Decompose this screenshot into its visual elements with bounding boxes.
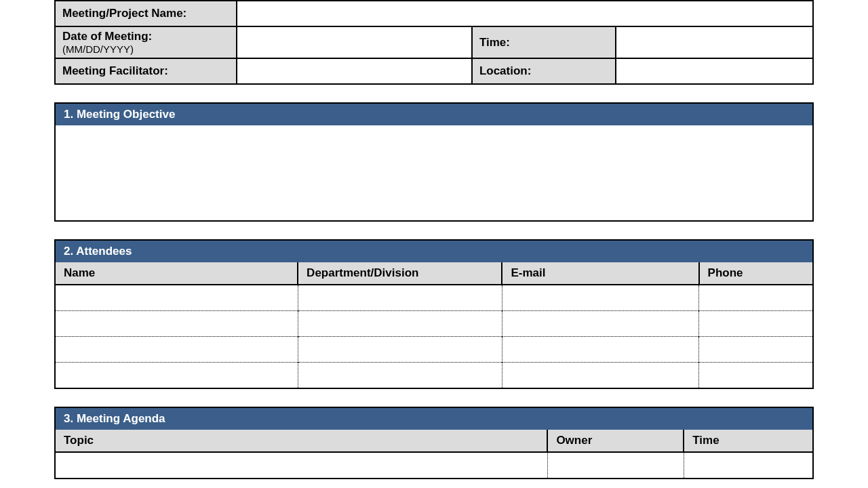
attendee-dept[interactable] — [298, 362, 502, 388]
attendee-phone[interactable] — [699, 310, 812, 336]
time-label: Time: — [472, 26, 616, 58]
attendee-email[interactable] — [502, 285, 698, 310]
section-objective: 1. Meeting Objective — [54, 102, 814, 222]
date-field[interactable] — [237, 26, 472, 58]
project-name-label: Meeting/Project Name: — [55, 1, 237, 26]
date-hint: (MM/DD/YYYY) — [62, 43, 229, 55]
attendee-phone[interactable] — [699, 336, 812, 362]
attendees-table: Name Department/Division E-mail Phone — [56, 262, 812, 388]
attendees-col-department: Department/Division — [298, 262, 502, 285]
attendee-dept[interactable] — [298, 336, 502, 362]
meeting-header-row-date: Date of Meeting: (MM/DD/YYYY) Time: — [55, 26, 813, 58]
attendees-col-phone: Phone — [699, 262, 812, 285]
agenda-col-topic: Topic — [56, 430, 547, 452]
attendee-email[interactable] — [502, 336, 698, 362]
attendee-name[interactable] — [56, 336, 298, 362]
time-field[interactable] — [616, 26, 813, 58]
agenda-col-owner: Owner — [547, 430, 684, 452]
meeting-header-row-facilitator: Meeting Facilitator: Location: — [55, 58, 813, 84]
section-attendees: 2. Attendees Name Department/Division E-… — [54, 239, 814, 389]
agenda-table: Topic Owner Time — [56, 430, 812, 478]
facilitator-field[interactable] — [237, 58, 472, 84]
table-row — [56, 310, 812, 336]
table-row — [56, 336, 812, 362]
agenda-col-time: Time — [684, 430, 812, 452]
facilitator-label: Meeting Facilitator: — [55, 58, 237, 84]
section-objective-title: 1. Meeting Objective — [56, 104, 812, 125]
date-label: Date of Meeting: (MM/DD/YYYY) — [55, 26, 237, 58]
agenda-owner[interactable] — [547, 452, 684, 478]
attendee-dept[interactable] — [298, 285, 502, 310]
attendee-name[interactable] — [56, 310, 298, 336]
attendee-email[interactable] — [502, 362, 698, 388]
attendees-col-email: E-mail — [502, 262, 698, 285]
meeting-header-table: Meeting/Project Name: Date of Meeting: (… — [54, 0, 814, 85]
objective-body[interactable] — [56, 125, 812, 220]
attendee-phone[interactable] — [699, 285, 812, 310]
section-attendees-title: 2. Attendees — [56, 241, 812, 262]
table-row — [56, 285, 812, 310]
table-row — [56, 452, 812, 478]
section-agenda-title: 3. Meeting Agenda — [56, 408, 812, 430]
attendee-name[interactable] — [56, 285, 298, 310]
attendee-dept[interactable] — [298, 310, 502, 336]
meeting-header-row-project: Meeting/Project Name: — [55, 1, 813, 26]
section-agenda: 3. Meeting Agenda Topic Owner Time — [54, 407, 814, 479]
attendee-name[interactable] — [56, 362, 298, 388]
table-row — [56, 362, 812, 388]
project-name-field[interactable] — [237, 1, 813, 26]
attendees-col-name: Name — [56, 262, 298, 285]
location-label: Location: — [472, 58, 616, 84]
agenda-topic[interactable] — [56, 452, 547, 478]
attendee-phone[interactable] — [699, 362, 812, 388]
location-field[interactable] — [616, 58, 813, 84]
attendee-email[interactable] — [502, 310, 698, 336]
agenda-time[interactable] — [684, 452, 812, 478]
